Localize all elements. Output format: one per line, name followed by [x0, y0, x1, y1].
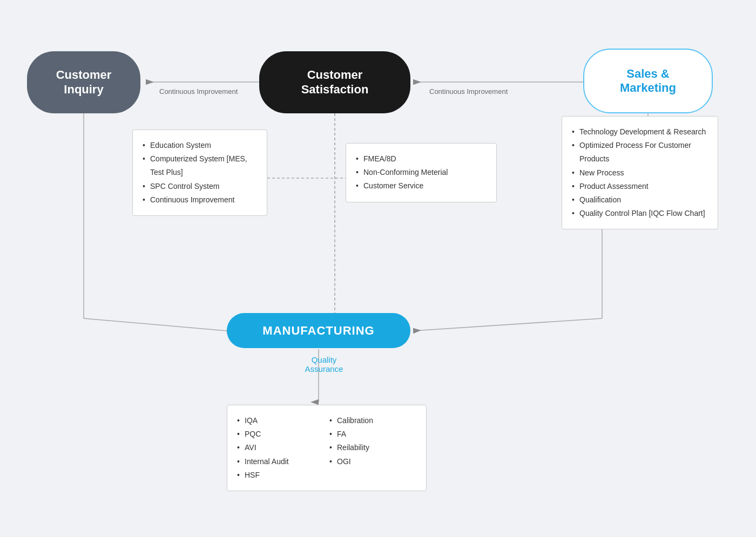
customer-satisfaction-label: Customer Satisfaction	[301, 68, 369, 97]
list-item: Education System	[143, 139, 257, 152]
list-item: Optimized Process For Customer Products	[572, 139, 708, 166]
list-item: Qualification	[572, 193, 708, 207]
fmea-panel: FMEA/8D Non-Conforming Meterial Customer…	[346, 143, 497, 202]
list-item: Computerized System [MES, Test Plus]	[143, 152, 257, 179]
manufacturing-label: MANUFACTURING	[262, 324, 374, 338]
svg-line-7	[84, 318, 227, 331]
list-item: AVI	[237, 441, 324, 454]
svg-line-13	[413, 318, 602, 331]
sales-marketing-label: Sales & Marketing	[620, 67, 676, 96]
list-item: Product Assessment	[572, 180, 708, 193]
list-item: Internal Audit	[237, 455, 324, 468]
list-item: Technology Development & Research	[572, 125, 708, 139]
list-item: FA	[329, 427, 416, 441]
list-item: New Process	[572, 166, 708, 180]
list-item: Reilability	[329, 441, 416, 454]
manufacturing-node: MANUFACTURING	[227, 313, 410, 348]
customer-inquiry-label: Customer Inquiry	[56, 68, 112, 97]
list-item: SPC Control System	[143, 180, 257, 193]
fmea-list: FMEA/8D Non-Conforming Meterial Customer…	[356, 152, 487, 193]
customer-inquiry-node: Customer Inquiry	[27, 51, 140, 113]
qa-col-1: IQA PQC AVI Internal Audit HSF	[237, 414, 324, 482]
education-panel: Education System Computerized System [ME…	[132, 130, 267, 216]
list-item: Non-Conforming Meterial	[356, 166, 487, 179]
qa-two-col: IQA PQC AVI Internal Audit HSF Calibrati…	[237, 414, 416, 482]
list-item: Continuous Improvement	[143, 193, 257, 207]
sales-marketing-node: Sales & Marketing	[583, 49, 713, 113]
list-item: Customer Service	[356, 179, 487, 193]
list-item: Calibration	[329, 414, 416, 427]
customer-satisfaction-node: Customer Satisfaction	[259, 51, 410, 113]
quality-assurance-panel: IQA PQC AVI Internal Audit HSF Calibrati…	[227, 405, 427, 491]
sales-list: Technology Development & Research Optimi…	[572, 125, 708, 220]
list-item: HSF	[237, 468, 324, 482]
quality-assurance-label: Quality Assurance	[292, 355, 356, 373]
list-item: PQC	[237, 427, 324, 441]
list-item: Quality Control Plan [IQC Flow Chart]	[572, 207, 708, 220]
continuous-improvement-label-left: Continuous Improvement	[159, 87, 238, 96]
education-list: Education System Computerized System [ME…	[143, 139, 257, 207]
list-item: OGI	[329, 455, 416, 468]
diagram: Customer Inquiry Customer Satisfaction S…	[0, 0, 756, 537]
qa-list-1: IQA PQC AVI Internal Audit HSF	[237, 414, 324, 482]
list-item: IQA	[237, 414, 324, 427]
qa-list-2: Calibration FA Reilability OGI	[329, 414, 416, 468]
continuous-improvement-label-right: Continuous Improvement	[429, 87, 508, 96]
sales-list-panel: Technology Development & Research Optimi…	[562, 116, 718, 229]
qa-col-2: Calibration FA Reilability OGI	[329, 414, 416, 482]
list-item: FMEA/8D	[356, 152, 487, 166]
